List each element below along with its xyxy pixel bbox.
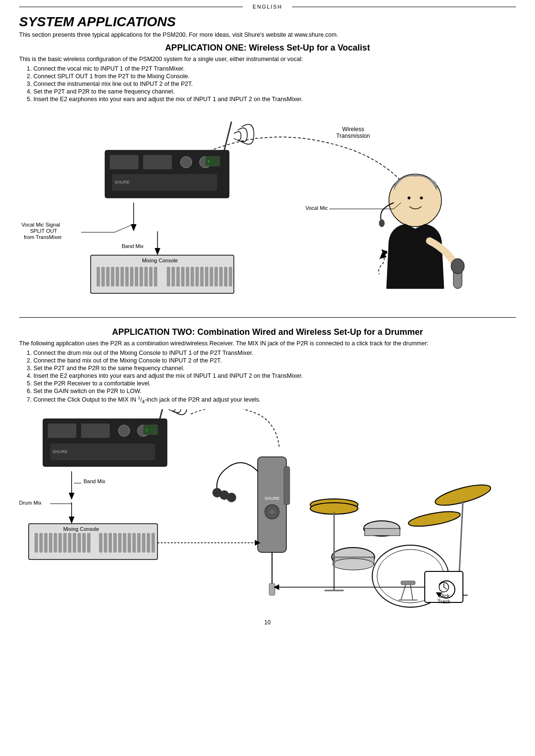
- svg-rect-64: [81, 424, 110, 438]
- step-1-1: Connect the vocal mic to INPUT 1 of the …: [33, 65, 516, 72]
- svg-text:Band Mix: Band Mix: [122, 243, 144, 249]
- svg-rect-98: [123, 533, 126, 552]
- svg-rect-82: [40, 533, 42, 552]
- svg-marker-22: [155, 248, 160, 255]
- diagram-one-svg: Wireless Transmission SHURE 2: [19, 107, 516, 308]
- svg-text:Vocal Mic Signal: Vocal Mic Signal: [21, 222, 60, 228]
- svg-rect-124: [365, 528, 400, 536]
- app-one-title: APPLICATION ONE: Wireless Set-Up for a V…: [19, 43, 516, 53]
- svg-rect-39: [177, 267, 179, 286]
- svg-rect-95: [109, 533, 112, 552]
- step-2-3: Set the P2T and the P2R to the same freq…: [33, 365, 516, 372]
- svg-line-12: [224, 122, 231, 150]
- page-number: 10: [19, 619, 516, 626]
- app-two-intro: The following application uses the P2R a…: [19, 340, 516, 347]
- svg-marker-73: [69, 493, 74, 500]
- header-line-right: [292, 7, 516, 7]
- svg-text:SPLIT OUT: SPLIT OUT: [30, 228, 57, 234]
- svg-point-109: [270, 509, 274, 514]
- svg-point-53: [408, 197, 410, 199]
- svg-rect-35: [149, 267, 152, 286]
- application-two-section: APPLICATION TWO: Combination Wired and W…: [19, 327, 516, 610]
- svg-rect-50: [229, 267, 232, 286]
- svg-rect-81: [35, 533, 38, 552]
- page-title: SYSTEM APPLICATIONS: [19, 14, 516, 30]
- svg-rect-92: [87, 533, 90, 552]
- svg-rect-96: [114, 533, 116, 552]
- step-2-5: Set the P2R Receiver to a comfortable le…: [33, 380, 516, 387]
- svg-rect-103: [147, 533, 150, 552]
- app-two-diagram: SHURE 2 Band Mix Drum Mix: [19, 409, 516, 610]
- svg-text:2: 2: [146, 428, 148, 432]
- svg-text:Vocal Mic: Vocal Mic: [305, 205, 328, 211]
- section-divider: [19, 317, 516, 318]
- svg-rect-28: [116, 267, 119, 286]
- step-2-7: Connect the Click Output to the MIX IN 1…: [33, 395, 516, 404]
- svg-rect-88: [68, 533, 71, 552]
- svg-rect-4: [110, 155, 138, 169]
- svg-rect-101: [137, 533, 140, 552]
- svg-rect-40: [181, 267, 184, 286]
- step-1-3: Connect the instrumental mix line out to…: [33, 81, 516, 87]
- svg-point-54: [420, 197, 423, 199]
- svg-rect-36: [154, 267, 157, 286]
- svg-rect-45: [205, 267, 208, 286]
- svg-rect-25: [102, 267, 105, 286]
- app-one-steps: Connect the vocal mic to INPUT 1 of the …: [33, 65, 516, 103]
- svg-rect-133: [401, 581, 415, 585]
- step-2-6: Set the GAIN switch on the P2R to LOW.: [33, 388, 516, 394]
- svg-rect-37: [167, 267, 170, 286]
- svg-rect-100: [133, 533, 136, 552]
- svg-text:Transmission: Transmission: [336, 133, 370, 139]
- application-one-section: APPLICATION ONE: Wireless Set-Up for a V…: [19, 43, 516, 308]
- svg-text:Mixing Console: Mixing Console: [142, 258, 178, 263]
- svg-point-113: [227, 493, 236, 502]
- svg-rect-97: [118, 533, 121, 552]
- svg-rect-94: [104, 533, 107, 552]
- svg-rect-41: [186, 267, 189, 286]
- svg-point-65: [118, 425, 130, 436]
- language-label: ENGLISH: [243, 4, 292, 10]
- svg-text:SHURE: SHURE: [115, 180, 130, 185]
- top-header: ENGLISH: [19, 0, 516, 10]
- app-two-title: APPLICATION TWO: Combination Wired and W…: [19, 327, 516, 337]
- svg-rect-29: [121, 267, 124, 286]
- step-1-4: Set the P2T and P2R to the same frequenc…: [33, 88, 516, 95]
- svg-rect-38: [172, 267, 175, 286]
- svg-rect-89: [73, 533, 76, 552]
- svg-rect-87: [63, 533, 66, 552]
- svg-rect-63: [48, 424, 76, 438]
- svg-line-71: [160, 409, 166, 419]
- svg-rect-99: [128, 533, 131, 552]
- svg-rect-27: [111, 267, 114, 286]
- svg-rect-104: [152, 533, 155, 552]
- svg-rect-84: [49, 533, 52, 552]
- svg-rect-5: [143, 155, 172, 169]
- svg-rect-48: [220, 267, 222, 286]
- app-one-intro: This is the basic wireless configuration…: [19, 56, 516, 62]
- svg-rect-34: [145, 267, 147, 286]
- svg-rect-24: [97, 267, 100, 286]
- svg-text:Click: Click: [438, 593, 450, 599]
- svg-marker-79: [69, 517, 74, 524]
- svg-rect-85: [54, 533, 57, 552]
- step-1-2: Connect SPLIT OUT 1 from the P2T to the …: [33, 73, 516, 80]
- svg-text:SHURE: SHURE: [264, 496, 280, 501]
- svg-point-57: [379, 219, 385, 227]
- svg-rect-46: [210, 267, 213, 286]
- svg-rect-91: [83, 533, 85, 552]
- svg-rect-31: [130, 267, 133, 286]
- app-two-steps: Connect the drum mix out of the Mixing C…: [33, 350, 516, 404]
- svg-rect-110: [284, 466, 290, 505]
- svg-line-19: [115, 224, 134, 232]
- svg-rect-26: [106, 267, 109, 286]
- svg-point-122: [333, 559, 374, 570]
- step-2-4: Insert the E2 earphones into your ears a…: [33, 373, 516, 379]
- svg-rect-49: [224, 267, 227, 286]
- svg-rect-86: [59, 533, 62, 552]
- svg-text:from TransMixer: from TransMixer: [24, 234, 62, 240]
- svg-rect-93: [99, 533, 102, 552]
- svg-rect-47: [215, 267, 218, 286]
- svg-text:2: 2: [208, 159, 210, 164]
- svg-text:Drum Mix: Drum Mix: [19, 500, 42, 506]
